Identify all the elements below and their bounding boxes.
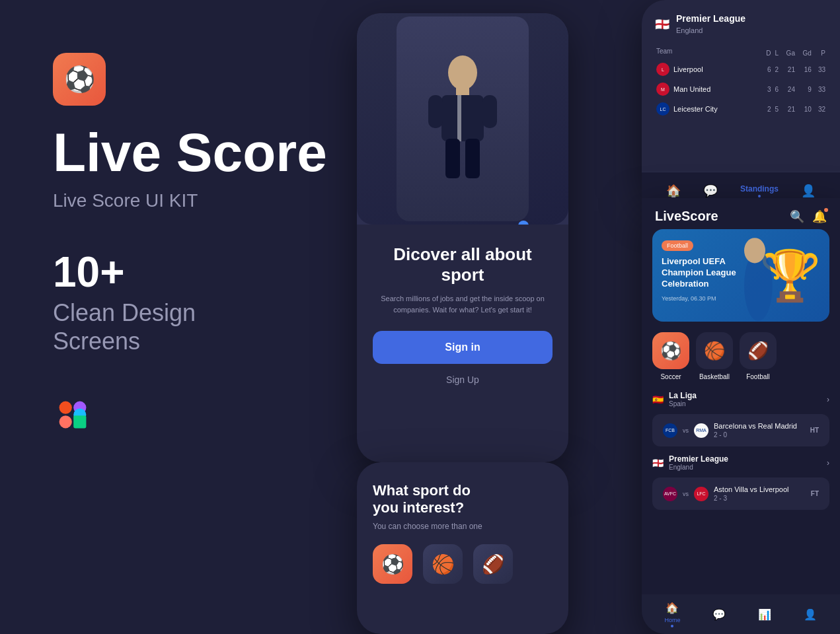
phone-right-main: LiveScore 🔍 🔔 Football Liverpool UEFA Ch… — [642, 198, 840, 634]
basketball-cat-label: Basketball — [699, 373, 730, 380]
home-active-dot — [671, 625, 673, 627]
profile-nav-icon[interactable]: 👤 — [801, 184, 816, 198]
home-bottom-nav-label: Home — [664, 617, 680, 623]
signup-link[interactable]: Sign Up — [373, 374, 553, 385]
match-2-status: FT — [811, 490, 819, 497]
liverpool-name: Liverpool — [673, 65, 703, 73]
manunited-p: 33 — [813, 80, 825, 98]
premier-league-info: Premier League England — [669, 454, 728, 471]
basketball-category[interactable]: 🏀 Basketball — [696, 332, 733, 380]
leicester-name: Leicester City — [673, 105, 718, 113]
liverpool-p: 33 — [813, 60, 825, 79]
col-ga: Ga — [780, 48, 795, 59]
liverpool-ga: 21 — [780, 60, 795, 79]
news-tag: Football — [662, 240, 693, 251]
football-sport-icon[interactable]: 🏈 — [473, 544, 513, 584]
news-card-content: Football Liverpool UEFA Champion League … — [652, 229, 749, 322]
liverpool-l: 2 — [773, 60, 779, 79]
football-cat-label: Football — [746, 373, 770, 380]
svg-rect-6 — [456, 87, 469, 96]
svg-rect-4 — [73, 416, 86, 429]
stats-bottom-nav-icon: 📊 — [758, 608, 771, 621]
signin-button[interactable]: Sign in — [373, 331, 553, 364]
real-madrid-badge: RMA — [694, 423, 708, 438]
stats-nav-item[interactable]: 📊 — [758, 608, 771, 621]
table-row: LC Leicester City 2 5 21 10 32 — [656, 100, 825, 118]
leicester-ga: 21 — [780, 100, 795, 118]
football-category[interactable]: 🏈 Football — [740, 332, 777, 380]
premier-league-country: England — [669, 464, 728, 471]
table-row: L Liverpool 6 2 21 16 33 — [656, 60, 825, 79]
discover-title: Dicover all about sport — [373, 244, 553, 285]
league-info: Premier League England — [676, 13, 745, 36]
sports-categories: ⚽ Soccer 🏀 Basketball 🏈 Football — [642, 332, 840, 391]
la-liga-section: 🇪🇸 La Liga Spain › — [642, 391, 840, 414]
header-icons: 🔍 🔔 — [790, 209, 827, 224]
livescore-app-title: LiveScore — [655, 209, 718, 224]
premier-league-chevron-icon: › — [827, 458, 829, 468]
news-card[interactable]: Football Liverpool UEFA Champion League … — [652, 229, 829, 322]
standings-nav-item[interactable]: Standings — [740, 184, 779, 197]
soccer-cat-icon: ⚽ — [652, 332, 689, 369]
barcelona-real-madrid-match[interactable]: FCB vs RMA Barcelona vs Real Madrid 2 - … — [652, 414, 829, 446]
sport-interest-sub: You can choose more than one — [373, 522, 553, 531]
barcelona-logo: FCB — [663, 423, 677, 438]
svg-rect-0 — [59, 402, 72, 414]
standings-active-dot — [758, 195, 761, 197]
liverpool-logo-2: LFC — [694, 487, 708, 501]
svg-rect-11 — [445, 139, 460, 178]
home-nav-icon[interactable]: 🏠 — [666, 184, 681, 198]
svg-rect-10 — [457, 95, 461, 141]
figma-logo — [53, 395, 370, 435]
chat-nav-icon[interactable]: 💬 — [703, 184, 718, 198]
la-liga-info: La Liga Spain — [669, 391, 697, 407]
match-2-info: Aston Villa vs Liverpool 2 - 3 — [714, 485, 806, 502]
manunited-name: Man United — [673, 85, 710, 93]
manunited-ga: 24 — [780, 80, 795, 98]
discover-desc: Search millions of jobs and get the insi… — [373, 293, 553, 315]
bottom-nav: 🏠 Home 💬 📊 👤 — [642, 594, 840, 634]
col-l: L — [773, 48, 779, 59]
la-liga-chevron-icon: › — [827, 395, 829, 404]
standings-nav-label: Standings — [740, 184, 779, 194]
phone-middle: Dicover all about sport Search millions … — [357, 13, 568, 462]
real-madrid-logo: RMA — [694, 423, 708, 438]
svg-rect-7 — [441, 95, 484, 141]
svg-rect-12 — [465, 139, 480, 178]
leicester-d: 2 — [763, 100, 771, 118]
news-image: 🏆 — [739, 229, 829, 322]
chat-nav-item[interactable]: 💬 — [712, 608, 726, 621]
aston-villa-liverpool-match[interactable]: AVFC vs LFC Aston Villa vs Liverpool 2 -… — [652, 477, 829, 510]
league-name: Premier League — [676, 13, 745, 24]
phone-top-area — [357, 13, 568, 225]
search-icon[interactable]: 🔍 — [790, 209, 804, 224]
basketball-sport-icon[interactable]: 🏀 — [423, 544, 463, 584]
match-1-status: HT — [810, 427, 819, 434]
home-nav-item[interactable]: 🏠 Home — [664, 602, 680, 627]
news-title: Liverpool UEFA Champion League Celebrati… — [662, 256, 740, 290]
match-1-teams: Barcelona vs Real Madrid — [714, 422, 805, 430]
livescore-header: LiveScore 🔍 🔔 — [642, 198, 840, 229]
soccer-ball-icon: ⚽ — [64, 65, 95, 94]
vs-label-1: vs — [683, 427, 689, 434]
match-2-score: 2 - 3 — [714, 495, 806, 502]
chat-bottom-nav-icon: 💬 — [712, 608, 726, 621]
profile-nav-item[interactable]: 👤 — [804, 608, 817, 621]
vs-label-2: vs — [683, 491, 689, 497]
liverpool-badge: L — [656, 63, 669, 76]
notification-icon[interactable]: 🔔 — [812, 209, 827, 224]
svg-point-5 — [448, 55, 477, 90]
liverpool-gd: 16 — [796, 60, 812, 79]
la-liga-name: La Liga — [669, 391, 697, 400]
league-country: England — [676, 26, 703, 34]
soccer-category[interactable]: ⚽ Soccer — [652, 332, 689, 380]
premier-league-row[interactable]: 🏴󠁧󠁢󠁥󠁮󠁧󠁿 Premier League England › — [652, 454, 829, 471]
match-1-info: Barcelona vs Real Madrid 2 - 0 — [714, 422, 805, 439]
match-1-score: 2 - 0 — [714, 431, 805, 439]
news-time: Yesterday, 06.30 PM — [662, 295, 740, 302]
count-text: 10+ — [53, 251, 370, 293]
standings-table: Team D L Ga Gd P L Liverpool 6 2 21 16 — [655, 46, 827, 120]
main-title: Live Score — [53, 125, 370, 180]
soccer-sport-icon[interactable]: ⚽ — [373, 544, 412, 584]
la-liga-row[interactable]: 🇪🇸 La Liga Spain › — [652, 391, 829, 407]
